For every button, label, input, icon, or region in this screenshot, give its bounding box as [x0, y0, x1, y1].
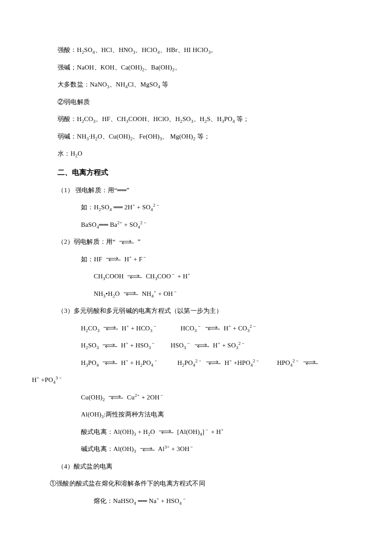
paragraph: 强碱；NaOH、KOH、Ca(OH)2、Ba(OH)2。: [58, 60, 334, 75]
equation: 熔化：NaHSO4 ══ Na+ + HSO4－: [58, 494, 334, 509]
paragraph: 强酸：H2SO4、HCl、HNO3、HClO4、HBr、HI HClO3。: [58, 43, 334, 58]
text: HCO3－: [181, 325, 203, 332]
paragraph: 水：H2O: [58, 146, 334, 161]
equals-arrow-icon: ══: [117, 187, 127, 194]
paragraph: （2）弱电解质：用“ ”: [58, 234, 334, 249]
paragraph: Al(OH)3:两性按两种方法电离: [58, 407, 334, 422]
text: H+ + HCO3－: [120, 325, 157, 332]
equation: 如：HF H+ + F－: [58, 252, 334, 267]
text: 强碱；NaOH、KOH、Ca(OH)2、Ba(OH)2。: [58, 64, 181, 71]
equilibrium-arrow-icon: [103, 361, 117, 365]
text: （3）多元弱酸和多元弱碱的电离方程式（以第一步为主）: [58, 307, 223, 314]
text: H2PO42－: [177, 359, 204, 366]
text: （4）酸式盐的电离: [58, 463, 112, 470]
equals-arrow-icon: ══: [113, 204, 123, 211]
paragraph: 大多数盐：NaNO3、NH4Cl、MgSO4 等: [58, 77, 334, 92]
text: 水：H2O: [58, 150, 82, 157]
text: HPO42－: [277, 359, 301, 366]
text: Cu(OH)2: [81, 394, 107, 401]
equilibrium-arrow-icon: [206, 361, 221, 365]
text: CH3COO－ + H+: [144, 273, 190, 280]
text: 二、电离方程式: [58, 168, 108, 176]
equals-arrow-icon: ══: [138, 497, 147, 504]
equation: 如：H2SO4 ══ 2H+ + SO42－: [58, 200, 334, 215]
paragraph: （3）多元弱酸和多元弱碱的电离方程式（以第一步为主）: [58, 304, 334, 318]
equation: H+ +PO43－: [32, 373, 334, 387]
equilibrium-arrow-icon: [127, 275, 142, 279]
text: 如：H2SO4: [81, 204, 113, 211]
text: ”: [136, 238, 141, 245]
equilibrium-arrow-icon: [303, 361, 318, 365]
text: 酸式电离：Al(OH)3 + H2O: [81, 428, 157, 435]
equilibrium-arrow-icon: [205, 327, 220, 331]
text: （1） 强电解质：用“: [58, 187, 117, 194]
equation: 碱式电离：Al(OH)3 Al3+ + 3OH－: [58, 442, 334, 457]
section-heading: 二、电离方程式: [58, 165, 334, 180]
text: H2SO3: [81, 342, 101, 349]
text: NH4+ + OH－: [140, 290, 178, 297]
paragraph: 弱碱：NH3·H2O、Cu(OH)2、Fe(OH)3、 Mg(OH)2 等；: [58, 129, 334, 144]
equilibrium-arrow-icon: [109, 396, 123, 400]
paragraph: ②弱电解质: [58, 95, 334, 110]
text: Cu2+ + 2OH－: [125, 394, 164, 401]
equation: H2CO3 H+ + HCO3－HCO3－ H+ + CO32－: [58, 321, 334, 336]
text: 强酸：H2SO4、HCl、HNO3、HClO4、HBr、HI HClO3。: [58, 46, 217, 53]
text: Al3+ + 3OH－: [157, 445, 194, 452]
text: 2H+ + SO42－: [123, 204, 160, 211]
document-page: 强酸：H2SO4、HCl、HNO3、HClO4、HBr、HI HClO3。 强碱…: [0, 0, 392, 555]
text: H+ + SO32－: [211, 342, 245, 349]
text: H3PO4: [81, 359, 101, 366]
equilibrium-arrow-icon: [159, 430, 173, 434]
text: NH3•H2O: [94, 290, 121, 297]
equation: BaSO4══ Ba2+ + SO42－: [58, 217, 334, 232]
text: H+ + H2PO4－: [119, 359, 158, 366]
equation: CH3COOH CH3COO－ + H+: [58, 269, 334, 284]
text: （2）弱电解质：用“: [58, 238, 117, 245]
text: H+ + CO32－: [222, 325, 257, 332]
equilibrium-arrow-icon: [103, 344, 117, 348]
text: ①强酸的酸式盐在熔化和溶解条件下的电离方程式不同: [50, 480, 205, 487]
text: H2CO3: [81, 325, 101, 332]
text: BaSO4: [81, 221, 99, 228]
text: Ba2+ + SO42－: [108, 221, 147, 228]
text: Al(OH)3:两性按两种方法电离: [81, 411, 164, 418]
paragraph: 弱酸：H2CO3、HF、CH3COOH、HClO、H2SO3、H2S、H3PO4…: [58, 112, 334, 127]
equation: H3PO4 H+ + H2PO4－H2PO42－ H+ +HPO42－HPO42…: [58, 356, 334, 370]
text: 大多数盐：NaNO3、NH4Cl、MgSO4 等: [58, 81, 168, 88]
text: H+ + HSO3－: [119, 342, 156, 349]
paragraph: （4）酸式盐的电离: [58, 459, 334, 474]
equilibrium-arrow-icon: [119, 240, 134, 245]
equilibrium-arrow-icon: [106, 257, 121, 262]
text: 弱酸：H2CO3、HF、CH3COOH、HClO、H2SO3、H2S、H3PO4…: [58, 116, 250, 122]
text: 弱碱：NH3·H2O、Cu(OH)2、Fe(OH)3、 Mg(OH)2 等；: [58, 133, 210, 140]
text: ②弱电解质: [58, 98, 90, 105]
text: H+ +PO43－: [32, 376, 63, 383]
text: 如：HF: [81, 256, 104, 263]
paragraph: ①强酸的酸式盐在熔化和溶解条件下的电离方程式不同: [50, 476, 334, 491]
text: HSO3－: [170, 342, 192, 349]
paragraph: （1） 强电解质：用“══”: [58, 183, 334, 198]
equilibrium-arrow-icon: [104, 327, 118, 331]
text: Na+ + HSO4－: [147, 497, 186, 504]
equilibrium-arrow-icon: [124, 292, 138, 296]
equation: 酸式电离：Al(OH)3 + H2O [Al(OH)4]－ + H+: [58, 425, 334, 439]
equilibrium-arrow-icon: [140, 448, 155, 452]
text: 碱式电离：Al(OH)3: [81, 445, 138, 452]
text: H+ + F－: [123, 256, 147, 263]
text: H+ +HPO42－: [223, 359, 260, 366]
text: [Al(OH)4]－ + H+: [176, 428, 224, 435]
equation: Cu(OH)2 Cu2+ + 2OH－: [58, 390, 334, 405]
text: CH3COOH: [94, 273, 125, 280]
equation: H2SO3 H+ + HSO3－HSO3－ H+ + SO32－: [58, 338, 334, 353]
text: 熔化：NaHSO4: [94, 497, 138, 504]
equation: NH3•H2O NH4+ + OH－: [58, 286, 334, 301]
equilibrium-arrow-icon: [195, 344, 209, 348]
equals-arrow-icon: ══: [99, 221, 108, 228]
text: ”: [127, 187, 130, 194]
